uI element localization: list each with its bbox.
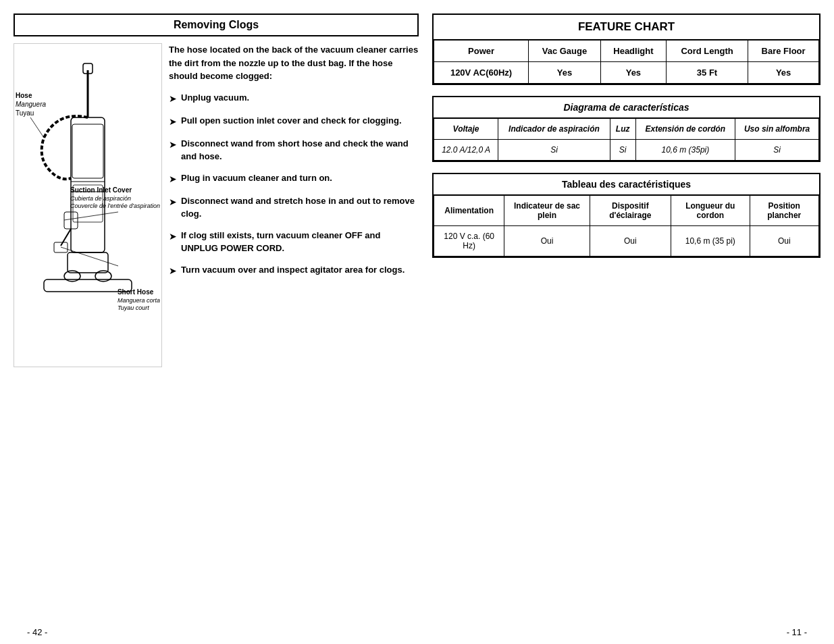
diagrama-extension-value: 10,6 m (35pi) — [635, 140, 735, 161]
arrow-icon-1: ➤ — [169, 92, 177, 106]
tableau-table: Alimentation Indicateur de sac plein Dis… — [434, 195, 819, 257]
feature-chart-data-row: 120V AC(60Hz) Yes Yes 35 Ft Yes — [434, 62, 819, 84]
diagrama-header-voltaje: Voltaje — [434, 119, 498, 140]
intro-text: The hose located on the back of the vacu… — [169, 43, 419, 83]
left-page-number: - 42 - — [27, 627, 47, 637]
diagrama-container: Diagrama de características Voltaje Indi… — [432, 96, 820, 162]
feature-chart-header-vac: Vac Gauge — [529, 41, 601, 62]
shorthose-label: Short Hose Manguera corta Tuyau court — [118, 288, 160, 313]
left-panel: Removing Clogs — [14, 14, 419, 607]
feature-chart-headlight-value: Yes — [600, 62, 666, 84]
diagrama-header-extension: Extensión de cordón — [635, 119, 735, 140]
feature-chart-cord-value: 35 Ft — [666, 62, 748, 84]
diagrama-table: Voltaje Indicador de aspiración Luz Exte… — [434, 118, 819, 161]
arrow-icon-7: ➤ — [169, 264, 177, 278]
svg-line-12 — [64, 212, 118, 220]
feature-chart-header-cord: Cord Length — [666, 41, 748, 62]
tableau-alimentation-value: 120 V c.a. (60 Hz) — [434, 226, 504, 257]
tableau-header-row: Alimentation Indicateur de sac plein Dis… — [434, 196, 819, 226]
arrow-icon-4: ➤ — [169, 172, 177, 186]
arrow-icon-2: ➤ — [169, 115, 177, 129]
diagrama-title: Diagrama de características — [434, 97, 819, 118]
feature-chart-header-headlight: Headlight — [600, 41, 666, 62]
diagrama-indicador-value: Si — [498, 140, 610, 161]
tableau-header-dispositif: Dispositif d'éclairage — [590, 196, 671, 226]
suction-label: Suction Inlet Cover Cubierta de aspiraci… — [70, 186, 160, 211]
diagrama-header-indicador: Indicador de aspiración — [498, 119, 610, 140]
tableau-data-row: 120 V c.a. (60 Hz) Oui Oui 10,6 m (35 pi… — [434, 226, 819, 257]
instructions: The hose located on the back of the vacu… — [169, 43, 419, 367]
tableau-longueur-value: 10,6 m (35 pi) — [671, 226, 750, 257]
diagrama-data-row: 12.0 A/12,0 A Si Si 10,6 m (35pi) Si — [434, 140, 819, 161]
svg-rect-1 — [72, 124, 103, 178]
feature-chart-header-bare: Bare Floor — [748, 41, 819, 62]
diagrama-header-luz: Luz — [610, 119, 635, 140]
step-2: ➤ Pull open suction inlet cover and chec… — [169, 114, 419, 129]
svg-line-13 — [61, 247, 118, 266]
svg-rect-10 — [54, 242, 68, 252]
diagrama-uso-value: Si — [735, 140, 819, 161]
tableau-header-indicateur: Indicateur de sac plein — [504, 196, 590, 226]
feature-chart-header-row: Power Vac Gauge Headlight Cord Length Ba… — [434, 41, 819, 62]
feature-chart-container: FEATURE CHART Power Vac Gauge Headlight … — [432, 14, 820, 85]
step-3: ➤ Disconnect wand from short hose and ch… — [169, 137, 419, 163]
page-footer: - 42 - - 11 - — [0, 620, 834, 644]
right-panel: FEATURE CHART Power Vac Gauge Headlight … — [432, 14, 820, 607]
step-5: ➤ Disconnect wand and stretch hose in an… — [169, 194, 419, 221]
tableau-container: Tableau des caractéristiques Alimentatio… — [432, 173, 820, 258]
feature-chart-vac-value: Yes — [529, 62, 601, 84]
diagrama-header-row: Voltaje Indicador de aspiración Luz Exte… — [434, 119, 819, 140]
feature-chart-table: Power Vac Gauge Headlight Cord Length Ba… — [434, 40, 819, 84]
svg-rect-4 — [68, 252, 108, 273]
svg-line-9 — [61, 229, 71, 246]
step-7: ➤ Turn vacuum over and inspect agitator … — [169, 263, 419, 278]
arrow-icon-5: ➤ — [169, 195, 177, 209]
step-4: ➤ Plug in vacuum cleaner and turn on. — [169, 171, 419, 186]
feature-chart-header-power: Power — [434, 41, 529, 62]
feature-chart-title: FEATURE CHART — [434, 15, 819, 40]
feature-chart-power-value: 120V AC(60Hz) — [434, 62, 529, 84]
arrow-icon-6: ➤ — [169, 230, 177, 244]
diagrama-header-uso: Uso sin alfombra — [735, 119, 819, 140]
step-6: ➤ If clog still exists, turn vacuum clea… — [169, 229, 419, 255]
diagrama-voltaje-value: 12.0 A/12,0 A — [434, 140, 498, 161]
tableau-dispositif-value: Oui — [590, 226, 671, 257]
vacuum-diagram: Hose Manguera Tuyau Suction Inlet Cover … — [14, 43, 162, 367]
tableau-header-position: Position plancher — [750, 196, 818, 226]
tableau-header-alimentation: Alimentation — [434, 196, 504, 226]
feature-chart-bare-value: Yes — [748, 62, 819, 84]
removing-clogs-title: Removing Clogs — [14, 14, 419, 36]
tableau-position-value: Oui — [750, 226, 818, 257]
svg-line-11 — [30, 117, 44, 138]
tableau-indicateur-value: Oui — [504, 226, 590, 257]
tableau-title: Tableau des caractéristiques — [434, 174, 819, 195]
diagrama-luz-value: Si — [610, 140, 635, 161]
step-1: ➤ Unplug vacuum. — [169, 91, 419, 106]
right-page-number: - 11 - — [787, 627, 807, 637]
tableau-header-longueur: Longueur du cordon — [671, 196, 750, 226]
hose-label: Hose Manguera Tuyau — [16, 91, 46, 117]
arrow-icon-3: ➤ — [169, 138, 177, 152]
